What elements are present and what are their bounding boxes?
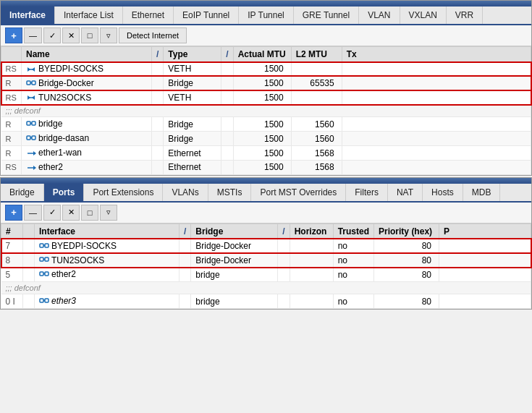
- row-horizon: [290, 268, 333, 282]
- bottom-disable-button[interactable]: ✕: [62, 205, 80, 221]
- row-priority: 80: [374, 253, 439, 268]
- tab-bridge[interactable]: Bridge: [1, 184, 44, 201]
- bottom-panel: Bridge Ports Port Extensions VLANs MSTIs…: [0, 177, 532, 310]
- row-name: Bridge-Docker: [22, 76, 152, 90]
- tab-hosts[interactable]: Hosts: [423, 184, 463, 201]
- table-row[interactable]: R bridge Bridge 1500 1560: [1, 117, 531, 132]
- tab-ip-tunnel[interactable]: IP Tunnel: [239, 7, 293, 24]
- row-sort2: [221, 132, 233, 146]
- row-p: [439, 268, 531, 282]
- copy-button[interactable]: □: [81, 27, 98, 43]
- bottom-toolbar: + — ✓ ✕ □ ▿: [1, 203, 531, 223]
- tab-vrr[interactable]: VRR: [447, 7, 483, 24]
- add-button[interactable]: +: [5, 27, 22, 43]
- remove-button[interactable]: —: [24, 27, 42, 43]
- row-iface: TUN2SOCKS: [35, 253, 180, 268]
- tab-nat[interactable]: NAT: [388, 184, 423, 201]
- col-sort2[interactable]: /: [221, 47, 233, 62]
- svg-marker-7: [28, 95, 30, 100]
- tab-mdb[interactable]: MDB: [463, 184, 501, 201]
- svg-marker-18: [33, 166, 36, 170]
- row-sort4: [278, 239, 290, 253]
- bottom-remove-button[interactable]: —: [24, 205, 42, 221]
- table-row[interactable]: RS TUN2SOCKS VETH 1500: [1, 90, 531, 105]
- top-tab-bar: Interface Interface List Ethernet EoIP T…: [1, 7, 531, 25]
- row-flag-b: [23, 239, 35, 253]
- top-panel: Interface Interface List Ethernet EoIP T…: [0, 0, 532, 176]
- bottom-copy-button[interactable]: □: [81, 205, 98, 221]
- row-sort: [152, 117, 164, 132]
- row-l2mtu: 65535: [291, 76, 342, 90]
- table-row[interactable]: RS BYEDPI-SOCKS VETH 1500: [1, 62, 531, 77]
- row-priority: 80: [374, 294, 439, 309]
- row-tx: [342, 160, 531, 174]
- row-actual-mtu: 1500: [233, 62, 291, 77]
- tab-vxlan[interactable]: VXLAN: [400, 7, 447, 24]
- row-sort2: [221, 117, 233, 132]
- col-sort4[interactable]: /: [278, 223, 290, 239]
- row-l2mtu: [291, 90, 342, 105]
- table-row[interactable]: 0 I ether3 bridge no 80: [1, 294, 531, 309]
- tab-port-mst-overrides[interactable]: Port MST Overrides: [251, 184, 346, 201]
- svg-rect-23: [45, 257, 48, 261]
- col-sort1[interactable]: /: [152, 47, 164, 62]
- tab-eoip-tunnel[interactable]: EoIP Tunnel: [174, 7, 239, 24]
- svg-rect-13: [32, 136, 35, 140]
- col-trusted: Trusted: [333, 223, 373, 239]
- tab-port-extensions[interactable]: Port Extensions: [84, 184, 163, 201]
- table-row[interactable]: ;;; defconf: [1, 105, 531, 117]
- tab-interface[interactable]: Interface: [1, 7, 55, 24]
- row-sort2: [221, 76, 233, 90]
- table-row[interactable]: R ether1-wan Ethernet 1500 1568: [1, 146, 531, 161]
- top-table: Name / Type / Actual MTU L2 MTU Tx RS BY…: [1, 46, 531, 175]
- row-l2mtu: 1560: [291, 132, 342, 146]
- enable-button[interactable]: ✓: [43, 27, 61, 43]
- tab-vlans[interactable]: VLANs: [163, 184, 208, 201]
- row-sort2: [221, 90, 233, 105]
- row-p: [439, 253, 531, 268]
- row-flag: RS: [1, 160, 22, 174]
- tab-gre-tunnel[interactable]: GRE Tunnel: [294, 7, 359, 24]
- tab-ports[interactable]: Ports: [44, 184, 85, 201]
- row-trusted: no: [333, 294, 373, 309]
- table-row[interactable]: 5 ether2 bridge no 80: [1, 268, 531, 282]
- bottom-enable-button[interactable]: ✓: [43, 205, 61, 221]
- row-bridge: Bridge-Docker: [191, 253, 278, 268]
- table-row[interactable]: 7 BYEDPI-SOCKS Bridge-Docker no 80: [1, 239, 531, 253]
- svg-rect-10: [32, 122, 35, 125]
- table-row[interactable]: R bridge-dasan Bridge 1500 1560: [1, 132, 531, 146]
- tab-mstis[interactable]: MSTIs: [208, 184, 252, 201]
- table-row[interactable]: RS ether2 Ethernet 1500 1568: [1, 160, 531, 174]
- filter-button[interactable]: ▿: [100, 27, 117, 43]
- row-sort: [152, 146, 164, 161]
- bottom-add-button[interactable]: +: [5, 205, 22, 221]
- row-bridge: bridge: [191, 294, 278, 309]
- svg-marker-1: [28, 67, 30, 72]
- table-row[interactable]: R Bridge-Docker Bridge 1500 65535: [1, 76, 531, 90]
- detect-internet-button[interactable]: Detect Internet: [119, 27, 187, 43]
- col-actual-mtu: Actual MTU: [233, 47, 291, 62]
- col-tx: Tx: [342, 47, 531, 62]
- table-row[interactable]: ;;; defconf: [1, 282, 531, 294]
- table-row[interactable]: 8 TUN2SOCKS Bridge-Docker no 80: [1, 253, 531, 268]
- tab-interface-list[interactable]: Interface List: [55, 7, 123, 24]
- row-flag: R: [1, 76, 22, 90]
- col-priority: Priority (hex): [374, 223, 439, 239]
- row-sort3: [180, 239, 191, 253]
- disable-button[interactable]: ✕: [62, 27, 80, 43]
- col-horizon: Horizon: [290, 223, 333, 239]
- col-sort3[interactable]: /: [180, 223, 191, 239]
- row-num: 5: [1, 268, 23, 282]
- row-num: 0 I: [1, 294, 23, 309]
- col-flag-b: [23, 223, 35, 239]
- row-sort3: [180, 294, 191, 309]
- row-type: Ethernet: [164, 160, 221, 174]
- bottom-filter-button[interactable]: ▿: [100, 205, 117, 221]
- col-l2mtu: L2 MTU: [291, 47, 342, 62]
- row-l2mtu: 1560: [291, 117, 342, 132]
- tab-vlan[interactable]: VLAN: [359, 7, 400, 24]
- tab-filters[interactable]: Filters: [346, 184, 388, 201]
- bottom-table: # Interface / Bridge / Horizon Trusted P…: [1, 223, 531, 309]
- tab-ethernet[interactable]: Ethernet: [123, 7, 174, 24]
- svg-rect-12: [27, 136, 30, 140]
